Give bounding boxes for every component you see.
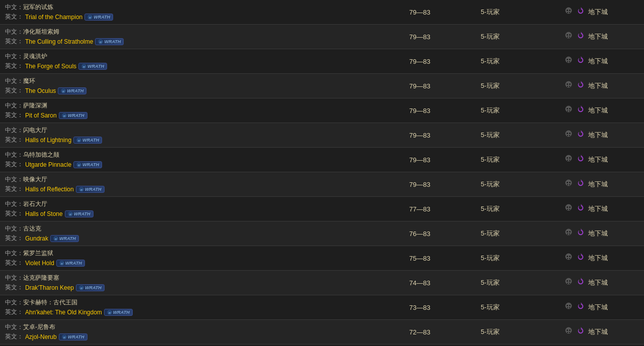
svg-rect-47 [568, 135, 569, 136]
swirl-icon [576, 105, 585, 117]
cn-label: 中文： [5, 176, 23, 183]
type-text: 地下城 [588, 327, 608, 336]
svg-rect-15 [568, 37, 569, 38]
cn-name-text: 魔环 [23, 77, 35, 84]
en-name-text: Violet Hold [25, 260, 54, 267]
en-label: 英文： [5, 234, 23, 243]
swirl-icon [576, 326, 585, 338]
en-name-text: Utgarde Pinnacle [25, 161, 71, 168]
dungeon-type: 地下城 [528, 302, 644, 313]
cn-name-text: 紫罗兰监狱 [23, 250, 53, 257]
dungeon-type: 地下城 [528, 277, 644, 289]
en-label: 英文： [5, 209, 23, 218]
svg-rect-94 [569, 283, 570, 284]
dungeon-type: 地下城 [528, 326, 644, 338]
level-range: 72—83 [387, 328, 452, 336]
en-label: 英文： [5, 308, 23, 316]
svg-rect-21 [567, 61, 568, 62]
cn-label: 中文： [5, 127, 23, 134]
svg-point-51 [567, 157, 568, 159]
table-row: 中文：乌特加德之颠英文：Utgarde PinnacleWWRATH79—835… [0, 148, 644, 172]
svg-point-59 [567, 182, 568, 183]
skull-icon [564, 154, 573, 165]
svg-rect-45 [567, 135, 568, 136]
dungeon-name-cell: 中文：灵魂洪炉英文：The Forge of SoulsWWRATH [0, 49, 387, 73]
svg-point-60 [569, 182, 571, 183]
swirl-icon [576, 253, 585, 264]
en-name-text: The Oculus [25, 87, 56, 94]
en-label: 英文： [5, 86, 23, 95]
skull-icon [564, 7, 573, 18]
cn-name-text: 冠军的试炼 [23, 4, 53, 11]
dungeon-name-cell: 中文：达克萨隆要塞英文：Drak'Tharon KeepWWRATH [0, 271, 387, 295]
swirl-icon [576, 7, 585, 18]
svg-rect-93 [567, 283, 568, 284]
type-text: 地下城 [588, 278, 608, 287]
wrath-badge: WWRATH [84, 14, 113, 21]
svg-rect-31 [568, 86, 569, 87]
svg-rect-71 [568, 209, 569, 210]
table-row: 中文：映像大厅英文：Halls of ReflectionWWRATH79—83… [0, 172, 644, 197]
table-row: 中文：灵魂洪炉英文：The Forge of SoulsWWRATH79—835… [0, 49, 644, 74]
cn-name-text: 灵魂洪炉 [23, 53, 47, 60]
table-row: 中文：岩石大厅英文：Halls of StoneWWRATH77—835-玩家地… [0, 197, 644, 221]
level-range: 74—83 [387, 279, 452, 287]
type-text: 地下城 [588, 254, 608, 263]
svg-rect-46 [569, 135, 570, 136]
cn-name-text: 乌特加德之颠 [23, 151, 59, 158]
skull-icon [564, 130, 573, 141]
type-text: 地下城 [588, 57, 608, 66]
type-text: 地下城 [588, 303, 608, 312]
svg-rect-7 [568, 12, 569, 13]
en-name-text: Halls of Reflection [25, 186, 74, 193]
svg-point-20 [569, 59, 571, 60]
dungeon-type: 地下城 [528, 228, 644, 240]
svg-point-36 [569, 108, 571, 109]
skull-icon [564, 56, 573, 67]
en-name-text: Pit of Saron [25, 112, 57, 119]
svg-point-76 [569, 231, 571, 233]
cn-name-text: 达克萨隆要塞 [23, 274, 59, 281]
en-name-text: Azjol-Nerub [25, 333, 57, 340]
svg-rect-53 [567, 160, 568, 161]
svg-rect-70 [569, 209, 570, 210]
skull-icon [564, 326, 573, 337]
wrath-badge: WWRATH [65, 210, 94, 217]
cn-name-text: 古达克 [23, 225, 41, 232]
en-label: 英文： [5, 62, 23, 70]
player-count: 5-玩家 [452, 81, 528, 90]
cn-label: 中文： [5, 274, 23, 281]
type-text: 地下城 [588, 32, 608, 41]
skull-icon [564, 179, 573, 190]
cn-name-text: 艾卓-尼鲁布 [23, 323, 55, 330]
wrath-badge: WWRATH [73, 161, 102, 168]
svg-point-91 [567, 280, 568, 282]
dungeon-table: 中文：冠军的试炼英文：Trial of the ChampionWWRATH79… [0, 0, 644, 346]
wrath-badge: WWRATH [76, 284, 105, 291]
dungeon-name-cell: 中文：映像大厅英文：Halls of ReflectionWWRATH [0, 172, 387, 196]
svg-point-44 [569, 133, 571, 134]
svg-rect-54 [569, 160, 570, 161]
svg-point-12 [569, 34, 571, 36]
en-label: 英文： [5, 136, 23, 144]
player-count: 5-玩家 [452, 180, 528, 189]
svg-point-100 [569, 305, 571, 306]
svg-rect-29 [567, 86, 568, 87]
skull-icon [564, 31, 573, 42]
swirl-icon [576, 302, 585, 313]
cn-name-text: 萨隆深渊 [23, 102, 47, 109]
en-label: 英文： [5, 283, 23, 292]
skull-icon [564, 253, 573, 264]
dungeon-name-cell: 中文：艾卓-尼鲁布英文：Azjol-NerubWWRATH [0, 320, 387, 344]
type-text: 地下城 [588, 155, 608, 164]
wrath-badge: WWRATH [95, 38, 124, 45]
cn-name-text: 闪电大厅 [23, 127, 47, 134]
cn-label: 中文： [5, 4, 23, 11]
svg-point-4 [569, 10, 571, 11]
cn-label: 中文： [5, 151, 23, 158]
svg-point-19 [567, 59, 568, 60]
svg-rect-111 [568, 332, 569, 333]
swirl-icon [576, 228, 585, 240]
svg-point-67 [567, 206, 568, 208]
player-count: 5-玩家 [452, 106, 528, 115]
